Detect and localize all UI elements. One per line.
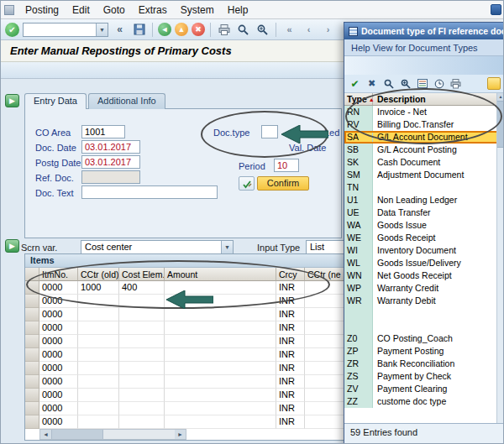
cell[interactable]: 0000 — [39, 335, 78, 348]
cell[interactable] — [78, 402, 119, 415]
popup-row[interactable]: ZSPayment by Check — [344, 370, 504, 383]
popup-vscrollbar[interactable]: ▲ — [496, 93, 504, 425]
cell[interactable] — [165, 281, 276, 295]
cell[interactable] — [119, 348, 165, 362]
save-icon[interactable] — [131, 22, 147, 37]
propose-icon[interactable] — [239, 176, 255, 191]
cell[interactable] — [78, 389, 119, 402]
popup-row[interactable]: ZPPayment Posting — [344, 345, 504, 358]
popup-row[interactable]: SAG/L Account Document — [344, 131, 504, 144]
popup-row[interactable]: ZRBank Reconciliation — [344, 358, 504, 370]
popup-row[interactable] — [344, 320, 504, 332]
cell[interactable] — [165, 375, 276, 389]
column-header-4[interactable]: Crcy — [276, 268, 305, 281]
cell[interactable]: INR — [276, 321, 305, 335]
popup-row[interactable]: RNInvoice - Net — [344, 106, 504, 118]
copy-icon[interactable]: ✔ — [348, 77, 362, 91]
find-next-icon[interactable] — [398, 77, 412, 91]
type-column-header[interactable]: Type ▲ — [344, 93, 373, 105]
popup-title-bar[interactable]: Document type of FI reference docu... — [344, 23, 504, 39]
cell[interactable] — [119, 375, 165, 389]
cell[interactable] — [119, 362, 165, 375]
cell[interactable] — [78, 375, 119, 389]
popup-row[interactable]: WPWarranty Credit — [344, 282, 504, 295]
confirm-button[interactable]: Confirm — [257, 176, 309, 191]
menu-item-posting[interactable]: Posting — [18, 2, 66, 18]
history-icon[interactable] — [432, 77, 446, 91]
cell[interactable]: 0000 — [39, 375, 78, 389]
row-selector[interactable] — [25, 295, 39, 308]
row-selector[interactable] — [25, 415, 39, 429]
cell[interactable]: INR — [276, 348, 305, 362]
cell[interactable]: 0000 — [39, 308, 78, 321]
find-next-icon[interactable] — [255, 22, 270, 37]
popup-row[interactable] — [344, 307, 504, 320]
cell[interactable] — [78, 308, 119, 321]
cell[interactable] — [165, 308, 276, 321]
cell[interactable] — [78, 415, 119, 429]
cell[interactable]: INR — [276, 415, 305, 429]
row-selector[interactable] — [25, 402, 39, 415]
cell[interactable]: 0000 — [39, 348, 78, 362]
scrn-var-dropdown[interactable]: Cost center ▼ — [81, 240, 234, 254]
print-icon[interactable] — [449, 77, 463, 91]
cell[interactable] — [119, 295, 165, 308]
cell[interactable] — [119, 321, 165, 335]
cell[interactable]: INR — [276, 335, 305, 348]
menu-item-edit[interactable]: Edit — [66, 2, 97, 18]
scroll-up-icon[interactable]: ▲ — [497, 93, 504, 101]
cell[interactable] — [165, 335, 276, 348]
cell[interactable] — [78, 362, 119, 375]
cell[interactable] — [165, 362, 276, 375]
find-icon[interactable] — [381, 77, 396, 91]
cell[interactable]: 0000 — [39, 402, 78, 415]
menu-item-extras[interactable]: Extras — [132, 2, 174, 18]
popup-row[interactable]: ZVPayment Clearing — [344, 383, 504, 395]
find-icon[interactable] — [235, 22, 251, 37]
cell[interactable]: 0000 — [39, 295, 78, 308]
cell[interactable] — [119, 389, 165, 402]
cell[interactable] — [165, 348, 276, 362]
row-selector[interactable] — [25, 389, 39, 402]
cell[interactable]: 0000 — [39, 389, 78, 402]
cell[interactable] — [165, 415, 276, 429]
co-area-field[interactable]: 1001 — [81, 125, 125, 138]
row-selector[interactable] — [25, 321, 39, 335]
header-options-icon[interactable]: ▶ — [5, 94, 19, 107]
popup-row[interactable]: WEGoods Receipt — [344, 232, 504, 244]
close-icon[interactable]: ✖ — [365, 77, 379, 91]
scroll-right-icon[interactable]: ► — [175, 430, 186, 439]
enter-button[interactable]: ✔ — [5, 23, 19, 37]
cell[interactable] — [165, 389, 276, 402]
cell[interactable] — [78, 348, 119, 362]
hscroll-thumb[interactable] — [51, 430, 103, 439]
previous-page-icon[interactable]: ‹ — [301, 22, 317, 37]
cell[interactable] — [78, 295, 119, 308]
column-header-0[interactable]: ItmNo. — [39, 268, 78, 281]
cell[interactable]: 0000 — [39, 415, 78, 429]
popup-row[interactable]: ZZcustome doc type — [344, 395, 504, 408]
variant-options-icon[interactable]: ▶ — [5, 239, 19, 253]
cell[interactable]: 0000 — [39, 281, 78, 295]
cell[interactable]: INR — [276, 281, 305, 295]
print-icon[interactable] — [216, 22, 232, 37]
next-page-icon[interactable]: › — [320, 22, 336, 37]
menu-item-goto[interactable]: Goto — [97, 2, 132, 18]
back-button[interactable]: ◄ — [158, 23, 171, 36]
row-selector[interactable] — [25, 308, 39, 321]
cell[interactable]: INR — [276, 295, 305, 308]
popup-row[interactable]: SMAdjustment Document — [344, 169, 504, 181]
personal-value-list-icon[interactable] — [487, 77, 501, 90]
column-header-2[interactable]: Cost Elem. — [119, 268, 165, 281]
items-hscrollbar[interactable]: ◄ ► — [39, 429, 186, 440]
cell[interactable]: 1000 — [78, 281, 119, 295]
cell[interactable]: INR — [276, 362, 305, 375]
select-all-rows[interactable] — [25, 268, 39, 281]
cell[interactable]: INR — [276, 308, 305, 321]
description-column-header[interactable]: Description — [373, 93, 504, 105]
period-field[interactable]: 10 — [274, 159, 299, 172]
cell[interactable] — [119, 402, 165, 415]
cell[interactable] — [119, 415, 165, 429]
command-history-caret-icon[interactable]: ▼ — [96, 24, 108, 36]
doc-date-field[interactable]: 03.01.2017 — [81, 140, 140, 154]
